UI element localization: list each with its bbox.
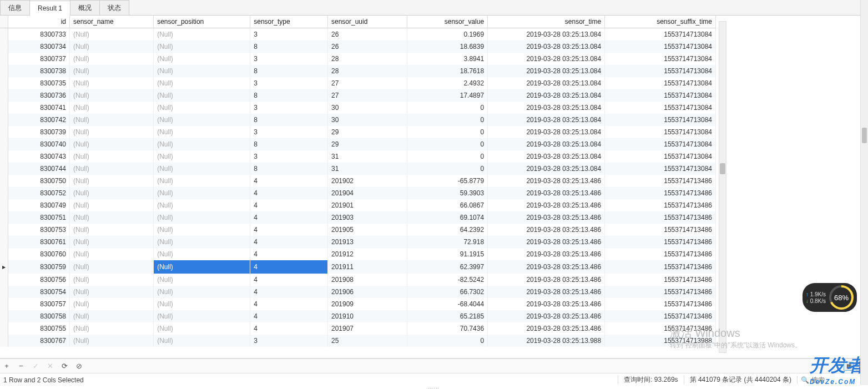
cell-sensor_position[interactable]: (Null) bbox=[154, 138, 250, 150]
row-gutter[interactable] bbox=[0, 28, 8, 41]
row-gutter[interactable] bbox=[0, 248, 8, 260]
cell-sensor_type[interactable]: 8 bbox=[250, 138, 328, 150]
cell-sensor_name[interactable]: (Null) bbox=[70, 163, 154, 175]
cell-sensor_value[interactable]: 0 bbox=[407, 102, 487, 114]
cell-sensor_type[interactable]: 3 bbox=[250, 150, 328, 163]
cell-sensor_type[interactable]: 4 bbox=[250, 286, 328, 298]
result-grid[interactable]: idsensor_namesensor_positionsensor_types… bbox=[0, 16, 716, 347]
cell-sensor_position[interactable]: (Null) bbox=[154, 335, 250, 347]
cell-sensor_value[interactable]: -82.5242 bbox=[407, 274, 487, 286]
cell-sensor_name[interactable]: (Null) bbox=[70, 224, 154, 236]
cell-sensor_value[interactable]: 2.4932 bbox=[407, 77, 487, 89]
cell-sensor_value[interactable]: 18.7618 bbox=[407, 65, 487, 77]
cell-id[interactable]: 8300744 bbox=[8, 163, 69, 175]
cell-id[interactable]: 8300761 bbox=[8, 236, 69, 248]
table-row[interactable]: 8300741(Null)(Null)33002019-03-28 03:25:… bbox=[0, 102, 716, 114]
table-row[interactable]: 8300759(Null)(Null)420191162.39972019-03… bbox=[0, 260, 716, 274]
cell-sensor_uuid[interactable]: 201908 bbox=[327, 274, 407, 286]
row-gutter[interactable] bbox=[0, 163, 8, 175]
cell-sensor_time[interactable]: 2019-03-28 03:25:13.084 bbox=[488, 126, 605, 138]
cell-id[interactable]: 8300751 bbox=[8, 211, 69, 224]
cell-sensor_uuid[interactable]: 201906 bbox=[327, 286, 407, 298]
cell-sensor_name[interactable]: (Null) bbox=[70, 322, 154, 335]
cell-sensor_uuid[interactable]: 201902 bbox=[327, 175, 407, 187]
cell-sensor_suffix_time[interactable]: 1553714713084 bbox=[605, 102, 716, 114]
row-gutter[interactable] bbox=[0, 150, 8, 163]
cell-sensor_type[interactable]: 3 bbox=[250, 102, 328, 114]
cell-sensor_uuid[interactable]: 29 bbox=[327, 126, 407, 138]
cell-sensor_value[interactable]: 65.2185 bbox=[407, 310, 487, 322]
cell-sensor_uuid[interactable]: 201901 bbox=[327, 199, 407, 211]
cell-id[interactable]: 8300753 bbox=[8, 224, 69, 236]
cell-sensor_name[interactable]: (Null) bbox=[70, 286, 154, 298]
cell-id[interactable]: 8300755 bbox=[8, 322, 69, 335]
table-row[interactable]: 8300752(Null)(Null)420190459.39032019-03… bbox=[0, 187, 716, 199]
cell-sensor_time[interactable]: 2019-03-28 03:25:13.084 bbox=[488, 102, 605, 114]
cell-sensor_time[interactable]: 2019-03-28 03:25:13.084 bbox=[488, 150, 605, 163]
cell-sensor_position[interactable]: (Null) bbox=[154, 260, 250, 274]
cell-sensor_type[interactable]: 4 bbox=[250, 175, 328, 187]
cell-sensor_value[interactable]: 0 bbox=[407, 150, 487, 163]
column-header-sensor_time[interactable]: sensor_time bbox=[488, 16, 605, 28]
cell-id[interactable]: 8300767 bbox=[8, 335, 69, 347]
tab-result-1[interactable]: Result 1 bbox=[29, 1, 70, 16]
row-gutter[interactable] bbox=[0, 138, 8, 150]
table-row[interactable]: 8300750(Null)(Null)4201902-65.87792019-0… bbox=[0, 175, 716, 187]
cell-sensor_uuid[interactable]: 27 bbox=[327, 89, 407, 102]
table-row[interactable]: 8300753(Null)(Null)420190564.23922019-03… bbox=[0, 224, 716, 236]
cell-sensor_value[interactable]: 3.8941 bbox=[407, 53, 487, 65]
cell-sensor_type[interactable]: 4 bbox=[250, 236, 328, 248]
cell-sensor_type[interactable]: 3 bbox=[250, 335, 328, 347]
cell-id[interactable]: 8300734 bbox=[8, 41, 69, 53]
cell-sensor_name[interactable]: (Null) bbox=[70, 28, 154, 41]
cell-sensor_position[interactable]: (Null) bbox=[154, 28, 250, 41]
cell-sensor_uuid[interactable]: 201911 bbox=[327, 260, 407, 274]
cell-sensor_time[interactable]: 2019-03-28 03:25:13.084 bbox=[488, 41, 605, 53]
cell-sensor_name[interactable]: (Null) bbox=[70, 41, 154, 53]
cell-sensor_type[interactable]: 4 bbox=[250, 199, 328, 211]
cell-sensor_value[interactable]: -65.8779 bbox=[407, 175, 487, 187]
cell-id[interactable]: 8300742 bbox=[8, 114, 69, 126]
cell-sensor_name[interactable]: (Null) bbox=[70, 298, 154, 310]
cell-sensor_time[interactable]: 2019-03-28 03:25:13.486 bbox=[488, 260, 605, 274]
cell-sensor_value[interactable]: 18.6839 bbox=[407, 41, 487, 53]
cell-sensor_time[interactable]: 2019-03-28 03:25:13.486 bbox=[488, 286, 605, 298]
cell-id[interactable]: 8300735 bbox=[8, 77, 69, 89]
cell-id[interactable]: 8300739 bbox=[8, 126, 69, 138]
cell-sensor_suffix_time[interactable]: 1553714713486 bbox=[605, 286, 716, 298]
cell-sensor_name[interactable]: (Null) bbox=[70, 53, 154, 65]
cell-sensor_suffix_time[interactable]: 1553714713486 bbox=[605, 310, 716, 322]
cell-sensor_uuid[interactable]: 30 bbox=[327, 114, 407, 126]
cell-sensor_type[interactable]: 3 bbox=[250, 53, 328, 65]
cell-sensor_position[interactable]: (Null) bbox=[154, 286, 250, 298]
table-row[interactable]: 8300756(Null)(Null)4201908-82.52422019-0… bbox=[0, 274, 716, 286]
column-header-sensor_name[interactable]: sensor_name bbox=[70, 16, 154, 28]
cell-sensor_type[interactable]: 4 bbox=[250, 310, 328, 322]
cell-sensor_position[interactable]: (Null) bbox=[154, 274, 250, 286]
cell-sensor_uuid[interactable]: 31 bbox=[327, 150, 407, 163]
cell-sensor_name[interactable]: (Null) bbox=[70, 187, 154, 199]
cell-sensor_uuid[interactable]: 25 bbox=[327, 335, 407, 347]
cell-sensor_suffix_time[interactable]: 1553714713486 bbox=[605, 298, 716, 310]
panel-resize-handle[interactable]: ⋯⋯ bbox=[423, 386, 445, 389]
cell-sensor_name[interactable]: (Null) bbox=[70, 236, 154, 248]
cell-id[interactable]: 8300743 bbox=[8, 150, 69, 163]
cell-sensor_uuid[interactable]: 29 bbox=[327, 138, 407, 150]
table-row[interactable]: 8300760(Null)(Null)420191291.19152019-03… bbox=[0, 248, 716, 260]
cell-sensor_uuid[interactable]: 201913 bbox=[327, 236, 407, 248]
cell-sensor_position[interactable]: (Null) bbox=[154, 89, 250, 102]
cell-sensor_name[interactable]: (Null) bbox=[70, 77, 154, 89]
cell-id[interactable]: 8300752 bbox=[8, 187, 69, 199]
cell-sensor_position[interactable]: (Null) bbox=[154, 41, 250, 53]
cell-sensor_suffix_time[interactable]: 1553714713486 bbox=[605, 274, 716, 286]
cell-id[interactable]: 8300736 bbox=[8, 89, 69, 102]
column-header-sensor_value[interactable]: sensor_value bbox=[407, 16, 487, 28]
cell-sensor_suffix_time[interactable]: 1553714713486 bbox=[605, 322, 716, 335]
table-row[interactable]: 8300739(Null)(Null)32902019-03-28 03:25:… bbox=[0, 126, 716, 138]
table-row[interactable]: 8300740(Null)(Null)82902019-03-28 03:25:… bbox=[0, 138, 716, 150]
cell-sensor_name[interactable]: (Null) bbox=[70, 138, 154, 150]
cell-sensor_time[interactable]: 2019-03-28 03:25:13.084 bbox=[488, 77, 605, 89]
cell-sensor_suffix_time[interactable]: 1553714713084 bbox=[605, 77, 716, 89]
cell-sensor_time[interactable]: 2019-03-28 03:25:13.084 bbox=[488, 114, 605, 126]
cell-sensor_suffix_time[interactable]: 1553714713084 bbox=[605, 163, 716, 175]
